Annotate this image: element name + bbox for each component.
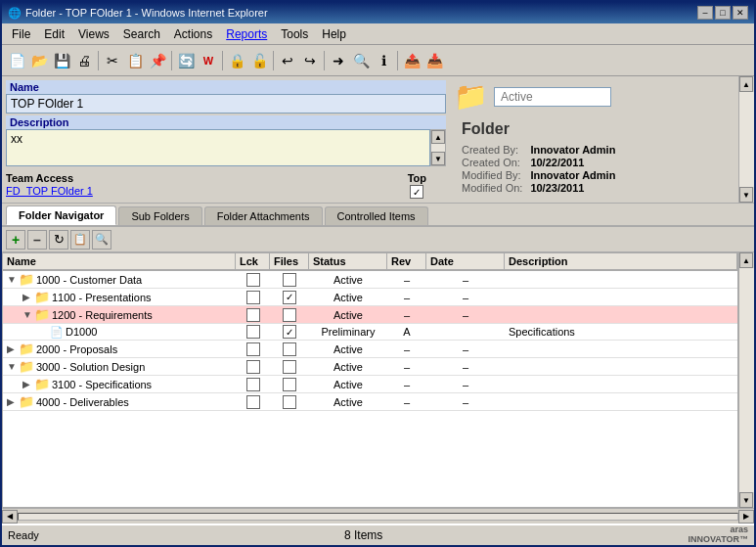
lck-checkbox[interactable] [246, 360, 260, 374]
table-row[interactable]: ▼ 📁 3000 - Solution Design Active – – [3, 358, 737, 376]
menu-help[interactable]: Help [316, 25, 352, 43]
table-row[interactable]: ▶ 📁 2000 - Proposals Active – – [3, 341, 737, 358]
created-on-label: Created On: [462, 157, 522, 168]
lck-checkbox[interactable] [246, 342, 260, 356]
grid-scroll-down[interactable]: ▼ [739, 492, 753, 508]
grid-add-btn[interactable]: + [6, 230, 25, 250]
table-row[interactable]: ▶ 📁 1100 - Presentations ✓ Active – – [3, 289, 737, 306]
cell-status: Active [309, 342, 387, 356]
files-checkbox[interactable]: ✓ [283, 291, 296, 304]
menu-actions[interactable]: Actions [168, 25, 218, 43]
top-scroll-down[interactable]: ▼ [739, 187, 753, 203]
tb-undo[interactable]: ↩ [277, 50, 298, 71]
top-checkbox[interactable]: ✓ [410, 185, 423, 199]
lck-checkbox[interactable] [246, 325, 260, 339]
menu-edit[interactable]: Edit [38, 25, 70, 43]
team-access-right: Top ✓ [408, 172, 426, 199]
close-button[interactable]: ✕ [733, 6, 748, 20]
lck-checkbox[interactable] [246, 395, 260, 409]
lck-checkbox[interactable] [246, 273, 260, 287]
tree-toggle[interactable]: ▼ [22, 309, 34, 320]
status-input[interactable] [494, 87, 611, 107]
name-input[interactable] [6, 94, 446, 114]
tb-arrow[interactable]: ➜ [328, 50, 349, 71]
menu-tools[interactable]: Tools [275, 25, 314, 43]
cell-desc: Specifications [505, 325, 737, 339]
tree-toggle[interactable]: ▼ [7, 361, 19, 372]
team-access-link[interactable]: FD_TOP FOlder 1 [6, 185, 93, 197]
tb-print[interactable]: 🖨 [73, 50, 95, 71]
files-checkbox[interactable] [283, 360, 296, 374]
cell-date: – [426, 308, 505, 322]
grid-header: Name Lck Files Status Rev Date Descripti… [3, 253, 737, 271]
grid-remove-btn[interactable]: – [27, 230, 47, 250]
files-checkbox[interactable] [283, 342, 296, 356]
grid-scroll-up[interactable]: ▲ [739, 252, 753, 268]
table-row[interactable]: ▼ 📁 1000 - Customer Data Active – – [3, 271, 737, 289]
lck-checkbox[interactable] [246, 308, 260, 322]
tb-w[interactable]: W [198, 50, 219, 71]
tb-open[interactable]: 📂 [28, 50, 50, 71]
top-scroll-up[interactable]: ▲ [739, 76, 753, 92]
team-access-label: Team Access [6, 172, 408, 184]
row-name-text: D1000 [66, 326, 97, 338]
tb-paste[interactable]: 📌 [147, 50, 168, 71]
files-checkbox[interactable] [283, 395, 296, 409]
minimize-button[interactable]: – [697, 6, 713, 20]
grid-copy-btn[interactable]: 📋 [70, 230, 90, 250]
tab-sub-folders[interactable]: Sub Folders [118, 206, 201, 225]
tb-save[interactable]: 💾 [51, 50, 72, 71]
tab-folder-navigator[interactable]: Folder Navigator [6, 205, 116, 225]
h-scroll-right[interactable]: ▶ [738, 510, 754, 524]
tab-folder-attachments[interactable]: Folder Attachments [204, 206, 323, 225]
tree-toggle[interactable]: ▶ [22, 379, 34, 389]
files-checkbox[interactable] [283, 378, 296, 391]
tb-export[interactable]: 📤 [401, 50, 422, 71]
folder-icon-sm: 📁 [34, 290, 50, 304]
files-checkbox[interactable] [283, 273, 296, 287]
tb-sep-4 [273, 51, 274, 70]
grid-search-btn[interactable]: 🔍 [92, 230, 111, 250]
tb-search[interactable]: 🔍 [350, 50, 372, 71]
table-row[interactable]: ▶ 📁 3100 - Specifications Active – – [3, 376, 737, 393]
tb-redo[interactable]: ↪ [299, 50, 321, 71]
tabs-bar: Folder Navigator Sub Folders Folder Atta… [2, 204, 754, 227]
h-scroll-left[interactable]: ◀ [2, 510, 18, 524]
tb-refresh[interactable]: 🔄 [175, 50, 197, 71]
tb-new[interactable]: 📄 [6, 50, 27, 71]
menu-bar: File Edit Views Search Actions Reports T… [2, 23, 754, 45]
menu-reports[interactable]: Reports [220, 25, 273, 43]
tree-toggle[interactable]: ▼ [7, 274, 19, 285]
tb-cut[interactable]: ✂ [102, 50, 123, 71]
tree-toggle[interactable]: ▶ [7, 396, 19, 407]
tb-unlock[interactable]: 🔓 [248, 50, 270, 71]
table-row[interactable]: ▼ 📁 1200 - Requirements Active – – [3, 306, 737, 324]
menu-views[interactable]: Views [72, 25, 115, 43]
tab-controlled-items[interactable]: Controlled Items [325, 206, 428, 225]
aras-logo: aras INNOVATOR™ [688, 525, 748, 545]
grid-refresh-btn[interactable]: ↻ [49, 230, 68, 250]
tb-info[interactable]: ℹ [373, 50, 394, 71]
cell-files: ✓ [270, 290, 309, 305]
created-by-label: Created By: [462, 144, 522, 156]
description-input[interactable]: xx [6, 129, 430, 166]
tb-lock[interactable]: 🔒 [226, 50, 247, 71]
menu-search[interactable]: Search [117, 25, 166, 43]
lck-checkbox[interactable] [246, 291, 260, 304]
cell-date: – [426, 360, 505, 374]
menu-file[interactable]: File [6, 25, 36, 43]
maximize-button[interactable]: □ [715, 6, 731, 20]
tb-import[interactable]: 📥 [423, 50, 445, 71]
desc-scroll-up[interactable]: ▲ [431, 130, 445, 144]
tree-toggle[interactable]: ▶ [22, 292, 34, 302]
desc-scroll-down[interactable]: ▼ [431, 152, 445, 165]
tb-copy[interactable]: 📋 [124, 50, 146, 71]
lck-checkbox[interactable] [246, 378, 260, 391]
table-row[interactable]: ▶ 📄 D1000 ✓ Preliminary A Specifications [3, 324, 737, 341]
files-checkbox[interactable] [283, 308, 296, 322]
files-checkbox[interactable]: ✓ [283, 325, 296, 339]
tree-toggle[interactable]: ▶ [7, 343, 19, 354]
table-row[interactable]: ▶ 📁 4000 - Deliverables Active – – [3, 393, 737, 411]
cell-desc [505, 296, 737, 298]
row-name-text: 4000 - Deliverables [36, 396, 129, 408]
